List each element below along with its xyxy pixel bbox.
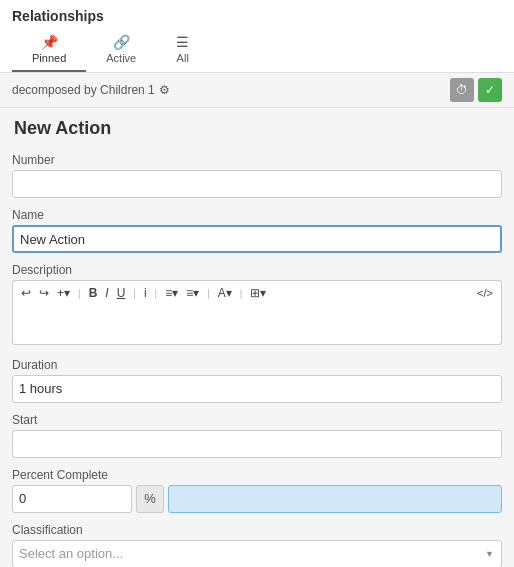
name-input[interactable] (12, 225, 502, 253)
pin-icon: 📌 (41, 34, 58, 50)
duration-label: Duration (12, 358, 502, 372)
italic-button[interactable]: I (103, 284, 110, 303)
number-input[interactable] (12, 170, 502, 198)
start-input[interactable] (12, 430, 502, 458)
tab-pinned-label: Pinned (32, 52, 66, 64)
duration-input[interactable] (12, 375, 502, 403)
history-button[interactable]: ⏱ (450, 78, 474, 102)
percent-field-group: Percent Complete % (12, 468, 502, 513)
percent-symbol: % (136, 485, 164, 513)
percent-bar (168, 485, 502, 513)
list-ordered-button[interactable]: ≡▾ (184, 284, 201, 303)
decomposed-row: decomposed by Children 1 ⚙ ⏱ ✓ (0, 73, 514, 108)
decomposed-text: decomposed by Children 1 ⚙ (12, 83, 170, 97)
toolbar-sep-2: | (133, 288, 136, 299)
align-button[interactable]: ≡▾ (163, 284, 180, 303)
redo-button[interactable]: ↪ (37, 284, 51, 303)
tab-active-label: Active (106, 52, 136, 64)
decomposed-actions: ⏱ ✓ (450, 78, 502, 102)
description-input[interactable] (12, 306, 502, 345)
name-field-group: Name (12, 208, 502, 253)
name-label: Name (12, 208, 502, 222)
toolbar-sep-3: | (155, 288, 158, 299)
tab-pinned[interactable]: 📌 Pinned (12, 30, 86, 72)
relationships-panel: Relationships 📌 Pinned 🔗 Active ☰ All (0, 0, 514, 73)
font-size-button[interactable]: A▾ (216, 284, 234, 303)
tab-all-label: All (177, 52, 189, 64)
confirm-button[interactable]: ✓ (478, 78, 502, 102)
check-icon: ✓ (485, 83, 495, 97)
duration-field-group: Duration (12, 358, 502, 403)
decomposed-label: decomposed by Children 1 (12, 83, 155, 97)
description-label: Description (12, 263, 502, 277)
form-title: New Action (12, 118, 502, 139)
number-label: Number (12, 153, 502, 167)
start-field-group: Start (12, 413, 502, 458)
table-button[interactable]: ⊞▾ (248, 284, 268, 303)
code-button[interactable]: </> (475, 285, 495, 302)
classification-field-group: Classification Select an option... (12, 523, 502, 567)
percent-row: % (12, 485, 502, 513)
add-button[interactable]: +▾ (55, 284, 72, 303)
history-icon: ⏱ (456, 83, 468, 97)
undo-button[interactable]: ↩ (19, 284, 33, 303)
relationships-title: Relationships (12, 8, 502, 24)
tab-all[interactable]: ☰ All (156, 30, 209, 72)
classification-select[interactable]: Select an option... (12, 540, 502, 567)
bold-button[interactable]: B (87, 284, 100, 303)
underline-button[interactable]: U (115, 284, 128, 303)
classification-label: Classification (12, 523, 502, 537)
description-field-group: Description ↩ ↪ +▾ | B I U | i | ≡▾ ≡▾ |… (12, 263, 502, 348)
percent-input[interactable] (12, 485, 132, 513)
tab-active[interactable]: 🔗 Active (86, 30, 156, 72)
list-unordered-button[interactable]: i (142, 284, 149, 303)
settings-icon: ⚙ (159, 83, 170, 97)
toolbar-sep-4: | (207, 288, 210, 299)
tabs-row: 📌 Pinned 🔗 Active ☰ All (12, 30, 502, 72)
editor-toolbar: ↩ ↪ +▾ | B I U | i | ≡▾ ≡▾ | A▾ | ⊞▾ </> (12, 280, 502, 306)
toolbar-sep-5: | (240, 288, 243, 299)
form-container: New Action Number Name Description ↩ ↪ +… (0, 108, 514, 567)
link-icon: 🔗 (113, 34, 130, 50)
number-field-group: Number (12, 153, 502, 198)
toolbar-sep-1: | (78, 288, 81, 299)
classification-select-wrapper: Select an option... (12, 540, 502, 567)
list-icon: ☰ (176, 34, 189, 50)
start-label: Start (12, 413, 502, 427)
percent-label: Percent Complete (12, 468, 502, 482)
